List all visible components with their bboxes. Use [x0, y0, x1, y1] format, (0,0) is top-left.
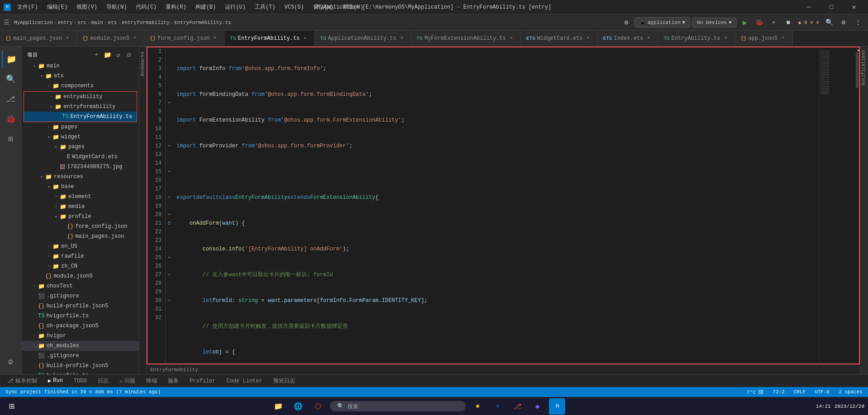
tab-application-ability[interactable]: TS ApplicationAbility.ts × — [315, 31, 411, 46]
stop-button[interactable]: ■ — [782, 16, 795, 29]
tree-item-widget-pages[interactable]: ▾ 📁 pages — [22, 142, 139, 152]
tree-item-entryformability[interactable]: ▾ 📁 entryformability — [24, 102, 137, 112]
menu-vcs[interactable]: VCS(S) — [281, 3, 306, 11]
tree-item-widgetcard[interactable]: E WidgetCard.ets — [22, 152, 139, 162]
bottom-tab-profiler[interactable]: Profiler — [186, 375, 219, 387]
tree-item-main-pages-json[interactable]: {} main_pages.json — [22, 231, 139, 241]
tab-close-form-config[interactable]: × — [211, 35, 219, 42]
start-button[interactable]: ⊞ — [4, 398, 20, 415]
refresh-button[interactable]: ↺ — [114, 50, 123, 59]
tree-item-main[interactable]: ▾ 📁 main — [22, 61, 139, 71]
tab-module-json[interactable]: {} module.json5 × — [77, 31, 144, 46]
fold-25[interactable]: ▾ — [166, 254, 173, 262]
bottom-tab-todo[interactable]: TODO — [70, 375, 91, 387]
run-button[interactable]: ▶ — [739, 16, 751, 29]
menu-view[interactable]: 视图(V) — [74, 2, 100, 12]
bottom-tab-run[interactable]: ▶ Run — [44, 375, 67, 387]
taskbar-purple-icon[interactable]: ◆ — [529, 398, 545, 415]
more-options-icon[interactable]: ⋮ — [852, 16, 864, 29]
tree-item-rawfile[interactable]: › 📁 rawfile — [22, 251, 139, 261]
tree-item-widget[interactable]: ▾ 📁 widget — [22, 132, 139, 142]
tab-app-json[interactable]: {} app.json5 × — [735, 31, 792, 46]
taskbar-vs-icon[interactable]: ⚡ — [489, 398, 506, 415]
debug-button[interactable]: 🐞 — [753, 16, 766, 29]
bottom-tab-preview-log[interactable]: 预览日志 — [270, 375, 299, 387]
tree-item-resources[interactable]: ▾ 📁 resources — [22, 172, 139, 182]
sync-status[interactable]: Sync project finished in 39 s 898 ms (7 … — [4, 389, 162, 395]
tree-item-pages[interactable]: › 📁 pages — [22, 122, 139, 132]
tab-main-pages[interactable]: {} main_pages.json × — [0, 31, 77, 46]
tree-item-module-json[interactable]: {} module.json5 — [22, 271, 139, 281]
menu-edit[interactable]: 编辑(E) — [44, 2, 71, 12]
new-file-button[interactable]: + — [92, 50, 101, 59]
tab-index[interactable]: ETS Index.ets × — [598, 31, 658, 46]
tree-item-hvigorfile[interactable]: TS hvigorfile.ts — [22, 311, 139, 321]
scrollbar-track[interactable] — [855, 47, 859, 363]
tab-close-app-ability[interactable]: × — [398, 35, 405, 42]
activity-git[interactable]: ⎇ — [2, 90, 20, 108]
taskbar-search[interactable]: 🔍 — [330, 401, 466, 411]
fold-20[interactable]: ▾ — [166, 211, 173, 219]
breadcrumb-main[interactable]: main — [90, 20, 104, 25]
app-selector[interactable]: 📱 application ▼ — [634, 17, 690, 28]
taskbar-app-icon[interactable]: ⬡ — [310, 398, 326, 415]
activity-explorer[interactable]: 📁 — [2, 50, 20, 68]
profile-button[interactable]: ⚡ — [768, 16, 780, 29]
maximize-button[interactable]: □ — [821, 0, 842, 14]
tab-entry-ability[interactable]: TS EntryAbility.ts × — [658, 31, 735, 46]
bottom-tab-terminal[interactable]: 终端 — [143, 375, 161, 387]
activity-extensions[interactable]: ⊞ — [2, 130, 20, 148]
tree-item-form-config-json[interactable]: {} form_config.json — [22, 222, 139, 231]
bottom-tab-version-control[interactable]: ⎇ 板本控制 — [4, 375, 41, 387]
project-toggle-icon[interactable]: ☰ — [0, 19, 13, 26]
fold-27[interactable]: ▾ — [166, 271, 173, 279]
indent[interactable]: 2 spaces — [837, 389, 864, 395]
menu-file[interactable]: 文件(F) — [14, 2, 41, 12]
activity-search[interactable]: 🔍 — [2, 70, 20, 88]
search-icon-top[interactable]: 🔍 — [823, 16, 835, 29]
menu-refactor[interactable]: 重构(R) — [163, 2, 189, 12]
scrollbar-thumb[interactable] — [856, 52, 858, 88]
tab-close-main-pages[interactable]: × — [64, 35, 71, 42]
tree-item-hvigorfile-root[interactable]: TS hvigorfile.ts — [22, 371, 139, 374]
menu-run[interactable]: 运行(U) — [222, 2, 248, 12]
tree-item-ets[interactable]: ▾ 📁 ets — [22, 71, 139, 81]
tree-item-base[interactable]: ▾ 📁 base — [22, 182, 139, 192]
tree-item-profile[interactable]: ▾ 📁 profile — [22, 212, 139, 222]
tab-entry-form-ability[interactable]: TS EntryFormAbility.ts × — [224, 31, 315, 46]
breadcrumb-src[interactable]: src — [76, 20, 87, 25]
minimize-button[interactable]: ─ — [798, 0, 819, 14]
breadcrumb-file[interactable]: EntryFormAbility.ts — [173, 20, 232, 25]
encoding[interactable]: UTF-8 — [813, 389, 831, 395]
cursor-position[interactable]: 72:2 — [771, 389, 786, 395]
activity-settings[interactable]: ⚙ — [2, 353, 20, 371]
tree-item-media[interactable]: › 📁 media — [22, 202, 139, 212]
taskbar-explorer-icon[interactable]: 📁 — [270, 398, 286, 415]
tree-item-zh-cn[interactable]: › 📁 zh_CN — [22, 261, 139, 271]
tree-item-build-profile-root[interactable]: {} build-profile.json5 — [22, 361, 139, 371]
device-selector[interactable]: No Devices ▼ — [692, 18, 737, 28]
line-ending[interactable]: CRLF — [792, 389, 807, 395]
tree-item-entryability[interactable]: › 📁 entryability — [24, 92, 137, 102]
tree-item-oh-modules[interactable]: › 📁 oh_modules — [22, 341, 139, 351]
tree-item-build-profile[interactable]: {} build-profile.json5 — [22, 301, 139, 311]
fold-12[interactable]: ▾ — [166, 142, 173, 151]
taskbar-git-icon[interactable]: ⎇ — [509, 398, 525, 415]
fold-30[interactable]: ▾ — [166, 297, 173, 305]
menu-build[interactable]: 构建(B) — [193, 2, 219, 12]
breadcrumb-entryformability[interactable]: entryformability — [121, 20, 171, 25]
tree-item-ohos-test[interactable]: › 📁 ohosTest — [22, 281, 139, 291]
taskbar-edge-icon[interactable]: 🌐 — [290, 398, 306, 415]
tab-myform-extension[interactable]: TS MyFormExtensionAbility.ts × — [411, 31, 521, 46]
tab-close-widget[interactable]: × — [585, 35, 592, 42]
code-content[interactable]: import formInfo from '@ohos.app.form.for… — [173, 47, 819, 363]
tree-item-gitignore[interactable]: ⬛ .gitignore — [22, 291, 139, 301]
tree-item-gitignore-root[interactable]: ⬛ .gitignore — [22, 351, 139, 361]
new-folder-button[interactable]: 📁 — [103, 50, 112, 59]
tab-form-config[interactable]: {} form_config.json × — [144, 31, 224, 46]
weather-status[interactable]: 7°C 阴 — [745, 389, 765, 396]
tree-item-en-us[interactable]: › 📁 en_US — [22, 241, 139, 251]
activity-debug[interactable]: 🐞 — [2, 110, 20, 128]
close-button[interactable]: ✕ — [844, 0, 864, 14]
tab-close-module[interactable]: × — [131, 35, 138, 42]
